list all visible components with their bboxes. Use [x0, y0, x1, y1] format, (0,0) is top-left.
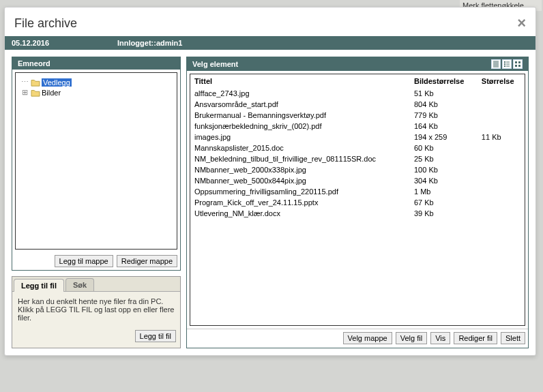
view-grid-icon[interactable] — [513, 59, 523, 69]
svg-rect-0 — [504, 61, 505, 63]
file-name-cell: alfface_2743.jpg — [190, 88, 410, 99]
table-row[interactable]: Mannskapslister_2015.doc60 Kb — [190, 142, 525, 153]
modal-header: File archive × — [5, 7, 535, 36]
files-panel: Velg element Tittel Bildestørrelse Størr… — [186, 57, 529, 348]
file-size-cell — [478, 99, 525, 110]
file-imgsize-cell: 194 x 259 — [410, 132, 478, 142]
folder-button-row: Legg til mappe Rediger mappe — [12, 252, 180, 270]
emneord-panel: Emneord ⋯ Vedlegg ⊞ — [12, 57, 181, 271]
file-size-cell — [478, 153, 525, 164]
tab-footer: Legg til fil — [12, 327, 180, 348]
left-column: Emneord ⋯ Vedlegg ⊞ — [12, 57, 181, 348]
add-file-button[interactable]: Legg til fil — [135, 330, 176, 342]
file-name-cell: NM_bekledning_tilbud_til_frivillige_rev_… — [190, 153, 410, 164]
file-list-box[interactable]: Tittel Bildestørrelse Størrelse alfface_… — [190, 74, 525, 326]
file-name-cell: Brukermanual - Bemanningsverktøy.pdf — [190, 110, 410, 121]
file-size-cell — [478, 110, 525, 121]
file-name-cell: NMbanner_web_5000x844pix.jpg — [190, 175, 410, 186]
close-icon[interactable]: × — [517, 14, 526, 32]
tree-item-vedlegg[interactable]: ⋯ Vedlegg — [18, 77, 174, 87]
main-area: Emneord ⋯ Vedlegg ⊞ — [5, 50, 535, 355]
folder-icon — [31, 89, 40, 97]
expand-icon[interactable]: ⊞ — [20, 88, 29, 97]
tab-add-file[interactable]: Legg til fil — [14, 279, 64, 292]
file-imgsize-cell: 1 Mb — [410, 186, 478, 197]
status-login: Innlogget::admin1 — [117, 39, 182, 47]
table-row[interactable]: NMbanner_web_2000x338pix.jpg100 Kb — [190, 164, 525, 175]
file-size-cell — [478, 142, 525, 153]
file-size-cell — [478, 88, 525, 99]
svg-rect-2 — [504, 65, 505, 67]
file-size-cell: 11 Kb — [478, 132, 525, 142]
table-row[interactable]: Program_Kick_off_ver_24.11.15.pptx67 Kb — [190, 197, 525, 208]
file-name-cell: Program_Kick_off_ver_24.11.15.pptx — [190, 197, 410, 208]
table-row[interactable]: NM_bekledning_tilbud_til_frivillige_rev_… — [190, 153, 525, 164]
tab-body-help: Her kan du enkelt hente nye filer fra di… — [12, 292, 180, 327]
delete-button[interactable]: Slett — [501, 332, 525, 344]
col-title[interactable]: Tittel — [190, 74, 410, 88]
table-row[interactable]: alfface_2743.jpg51 Kb — [190, 88, 525, 99]
file-name-cell: Mannskapslister_2015.doc — [190, 142, 410, 153]
file-imgsize-cell: 51 Kb — [410, 88, 478, 99]
emneord-title: Emneord — [18, 59, 50, 67]
edit-folder-button[interactable]: Rediger mappe — [117, 255, 177, 267]
svg-rect-4 — [518, 61, 520, 63]
file-name-cell: NMbanner_web_2000x338pix.jpg — [190, 164, 410, 175]
status-bar: 05.12.2016 Innlogget::admin1 — [5, 36, 535, 50]
select-folder-button[interactable]: Velg mappe — [343, 332, 392, 344]
table-row[interactable]: Brukermanual - Bemanningsverktøy.pdf779 … — [190, 110, 525, 121]
tree-item-bilder[interactable]: ⊞ Bilder — [18, 87, 174, 97]
file-imgsize-cell: 39 Kb — [410, 208, 478, 219]
table-row[interactable]: Utlevering_NM_klær.docx39 Kb — [190, 208, 525, 219]
table-row[interactable]: funksjonærbekledning_skriv_(002).pdf164 … — [190, 121, 525, 132]
modal-title: File archive — [14, 16, 77, 31]
file-size-cell — [478, 197, 525, 208]
file-imgsize-cell: 25 Kb — [410, 153, 478, 164]
view-mode-icons — [491, 59, 523, 69]
add-search-tabs: Legg til fil Søk Her kan du enkelt hente… — [12, 276, 181, 348]
select-file-button[interactable]: Velg fil — [396, 332, 427, 344]
emneord-head: Emneord — [12, 57, 180, 70]
table-row[interactable]: Oppsummering_frivilligsamling_220115.pdf… — [190, 186, 525, 197]
tree-label: Bilder — [42, 89, 61, 97]
file-size-cell — [478, 208, 525, 219]
add-folder-button[interactable]: Legg til mappe — [55, 255, 113, 267]
file-imgsize-cell: 60 Kb — [410, 142, 478, 153]
file-name-cell: images.jpg — [190, 132, 410, 142]
svg-rect-1 — [504, 63, 505, 65]
tree-spacer: ⋯ — [20, 78, 29, 87]
col-size[interactable]: Størrelse — [478, 74, 525, 88]
file-size-cell — [478, 121, 525, 132]
file-size-cell — [478, 164, 525, 175]
tree-label: Vedlegg — [42, 78, 72, 87]
table-row[interactable]: NMbanner_web_5000x844pix.jpg304 Kb — [190, 175, 525, 186]
file-name-cell: Oppsummering_frivilligsamling_220115.pdf — [190, 186, 410, 197]
view-detail-icon[interactable] — [502, 59, 512, 69]
tab-row: Legg til fil Søk — [12, 277, 180, 292]
tab-search[interactable]: Søk — [65, 278, 94, 291]
table-row[interactable]: Ansvarsområde_start.pdf804 Kb — [190, 99, 525, 110]
file-table: Tittel Bildestørrelse Størrelse alfface_… — [190, 74, 525, 219]
svg-rect-6 — [518, 65, 520, 67]
file-imgsize-cell: 804 Kb — [410, 99, 478, 110]
file-name-cell: Utlevering_NM_klær.docx — [190, 208, 410, 219]
svg-rect-3 — [515, 61, 517, 63]
file-imgsize-cell: 67 Kb — [410, 197, 478, 208]
file-name-cell: funksjonærbekledning_skriv_(002).pdf — [190, 121, 410, 132]
file-size-cell — [478, 175, 525, 186]
edit-file-button[interactable]: Rediger fil — [454, 332, 497, 344]
files-title: Velg element — [192, 60, 238, 68]
file-size-cell — [478, 186, 525, 197]
folder-tree[interactable]: ⋯ Vedlegg ⊞ Bilder — [15, 72, 177, 250]
file-imgsize-cell: 100 Kb — [410, 164, 478, 175]
table-row[interactable]: images.jpg194 x 25911 Kb — [190, 132, 525, 142]
file-imgsize-cell: 304 Kb — [410, 175, 478, 186]
file-archive-modal: File archive × 05.12.2016 Innlogget::adm… — [4, 7, 536, 356]
col-image-size[interactable]: Bildestørrelse — [410, 74, 478, 88]
table-header-row: Tittel Bildestørrelse Størrelse — [190, 74, 525, 88]
status-date: 05.12.2016 — [12, 39, 49, 47]
file-footer-buttons: Velg mappe Velg fil Vis Rediger fil Slet… — [187, 329, 528, 347]
view-list-icon[interactable] — [491, 59, 501, 69]
view-button[interactable]: Vis — [430, 332, 450, 344]
files-head: Velg element — [187, 57, 528, 71]
